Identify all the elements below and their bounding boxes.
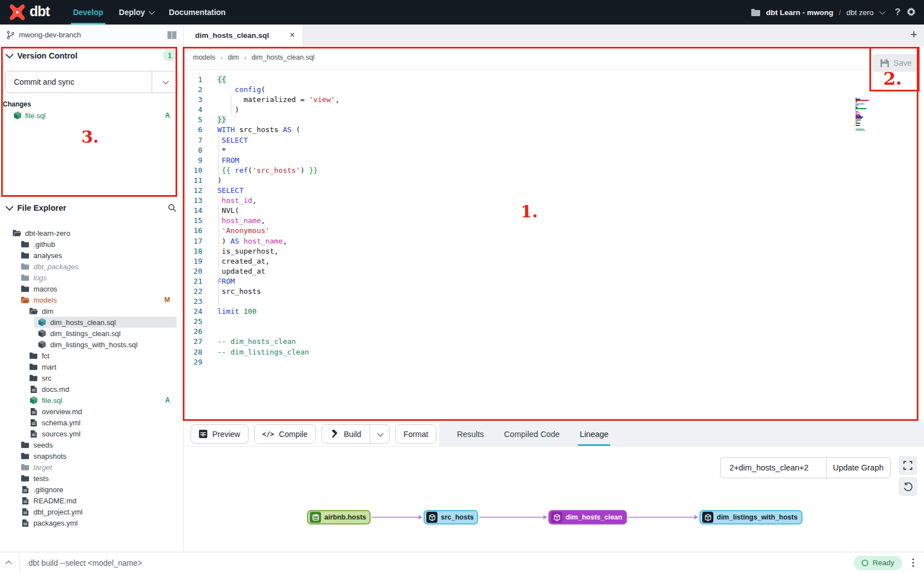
- tree-item-dbt-project-yml[interactable]: dbt_project.yml: [0, 506, 183, 517]
- tree-item--gitignore[interactable]: .gitignore: [0, 484, 183, 495]
- new-tab-button[interactable]: +: [910, 27, 917, 42]
- tree-item-tests[interactable]: tests: [0, 473, 183, 484]
- code-line-1[interactable]: 1{{: [184, 75, 924, 85]
- editor-minimap[interactable]: [855, 98, 870, 132]
- chevron-up-icon[interactable]: [0, 552, 20, 573]
- tab-compiled-code[interactable]: Compiled Code: [502, 422, 561, 446]
- tree-item-schema-yml[interactable]: schema.yml: [0, 417, 183, 428]
- breadcrumb-models[interactable]: models: [193, 54, 215, 61]
- nav-deploy[interactable]: Deploy: [111, 0, 161, 25]
- code-line-20[interactable]: 20 updated_at: [184, 266, 924, 276]
- tree-item-analyses[interactable]: analyses: [0, 250, 183, 261]
- code-line-17[interactable]: 17 ) AS host_name,: [184, 236, 924, 246]
- tree-item-models[interactable]: modelsM: [0, 294, 183, 305]
- nav-develop[interactable]: Develop: [65, 0, 111, 25]
- tree-item-target[interactable]: target: [0, 462, 183, 473]
- build-options-dropdown[interactable]: [369, 425, 389, 443]
- tree-item-mart[interactable]: mart: [0, 361, 183, 372]
- code-line-19[interactable]: 19 created_at,: [184, 256, 924, 266]
- commit-and-sync-button[interactable]: Commit and sync: [5, 71, 178, 93]
- tree-item-dim-listings-clean-sql[interactable]: dim_listings_clean.sql: [0, 328, 183, 339]
- chevron-down-icon[interactable]: [6, 51, 13, 59]
- code-line-6[interactable]: 6WITH src_hosts AS (: [184, 125, 924, 135]
- code-line-29[interactable]: 29: [184, 357, 924, 367]
- code-line-13[interactable]: 13 host_id,: [184, 196, 924, 206]
- tree-item-logs[interactable]: logs: [0, 272, 183, 283]
- chevron-down-icon[interactable]: [879, 8, 885, 14]
- build-button[interactable]: Build: [322, 424, 390, 444]
- tree-item-seeds[interactable]: seeds: [0, 439, 183, 450]
- code-line-5[interactable]: 5}}: [184, 115, 924, 125]
- lineage-node-src-hosts[interactable]: src_hosts: [424, 510, 478, 525]
- file-explorer-header[interactable]: File Explorer: [0, 197, 183, 218]
- version-control-header[interactable]: Version Control 1: [0, 46, 183, 66]
- code-line-28[interactable]: 28-- dim_listings_clean: [184, 347, 924, 357]
- nav-documentation[interactable]: Documentation: [161, 0, 234, 25]
- lineage-node-dim-hosts-clean[interactable]: dim_hosts_clean: [548, 510, 627, 525]
- code-line-23[interactable]: 23: [184, 297, 924, 307]
- docs-book-icon[interactable]: [167, 31, 177, 39]
- tree-item-dbt-packages[interactable]: dbt_packages: [0, 261, 183, 272]
- project-name[interactable]: dbt Learn - mwong: [766, 8, 833, 17]
- lineage-node-dim-listings-with-hosts[interactable]: dim_listings_with_hosts: [699, 510, 803, 525]
- code-editor[interactable]: 1{{2 config(3 materialized = 'view',4 )5…: [184, 69, 924, 422]
- preview-button[interactable]: Preview: [191, 424, 249, 444]
- tree-item-readme-md[interactable]: README.md: [0, 495, 183, 506]
- button-label: Format: [403, 430, 428, 439]
- tree-item-dbt-learn-zero[interactable]: dbt-learn-zero: [0, 227, 183, 239]
- branch-name[interactable]: mwong-dev-branch: [19, 31, 81, 39]
- tree-item--github[interactable]: .github: [0, 239, 183, 250]
- tree-item-dim-listings-with-hosts-sql[interactable]: dim_listings_with_hosts.sql: [0, 339, 183, 350]
- tree-item-docs-md[interactable]: docs.md: [0, 383, 183, 395]
- search-icon[interactable]: [168, 203, 177, 212]
- code-line-3[interactable]: 3 materialized = 'view',: [184, 95, 924, 105]
- code-line-24[interactable]: 24limit 100: [184, 307, 924, 317]
- code-line-12[interactable]: 12SELECT: [184, 186, 924, 196]
- code-line-21[interactable]: 21FROM: [184, 276, 924, 286]
- commit-options-dropdown[interactable]: [152, 71, 178, 93]
- tab-dim-hosts-clean[interactable]: dim_hosts_clean.sql ×: [184, 25, 303, 46]
- chevron-down-icon[interactable]: [6, 203, 13, 211]
- code-line-25[interactable]: 25: [184, 317, 924, 327]
- command-input[interactable]: [20, 558, 854, 568]
- code-line-18[interactable]: 18 is_superhost,: [184, 246, 924, 256]
- lineage-graph[interactable]: airbnb.hostssrc_hostsdim_hosts_cleandim_…: [184, 446, 924, 552]
- tree-item-dim-hosts-clean-sql[interactable]: dim_hosts_clean.sql: [34, 317, 177, 328]
- code-line-27[interactable]: 27-- dim_hosts_clean: [184, 337, 924, 347]
- tree-item-snapshots[interactable]: snapshots: [0, 450, 183, 462]
- code-line-26[interactable]: 26: [184, 327, 924, 337]
- breadcrumb-file[interactable]: dim_hosts_clean.sql: [251, 54, 314, 61]
- breadcrumb-dim[interactable]: dim: [228, 54, 239, 61]
- help-icon[interactable]: ?: [895, 7, 901, 18]
- code-line-2[interactable]: 2 config(: [184, 85, 924, 95]
- changed-file-row[interactable]: file.sql A: [0, 110, 183, 121]
- format-button[interactable]: Format: [395, 424, 436, 444]
- environment-selector[interactable]: dbt zero: [847, 8, 874, 17]
- tree-item-packages-yml[interactable]: packages.yml: [0, 517, 183, 528]
- code-line-11[interactable]: 11): [184, 176, 924, 186]
- tab-results[interactable]: Results: [455, 422, 485, 446]
- compile-button[interactable]: </>Compile: [254, 424, 316, 444]
- code-line-22[interactable]: 22 src_hosts: [184, 286, 924, 297]
- gear-icon[interactable]: [906, 7, 916, 17]
- tree-item-overview-md[interactable]: overview.md: [0, 406, 183, 417]
- tree-item-sources-yml[interactable]: sources.yml: [0, 428, 183, 439]
- code-line-4[interactable]: 4 ): [184, 105, 924, 115]
- kebab-menu-icon[interactable]: [912, 559, 914, 567]
- tree-item-fct[interactable]: fct: [0, 350, 183, 361]
- tree-item-src[interactable]: src: [0, 372, 183, 383]
- tree-item-file-sql[interactable]: file.sqlA: [0, 395, 183, 406]
- code-line-14[interactable]: 14 NVL(: [184, 206, 924, 216]
- tab-lineage[interactable]: Lineage: [578, 422, 610, 446]
- code-line-10[interactable]: 10 {{ ref('src_hosts') }}: [184, 166, 924, 176]
- code-line-8[interactable]: 8 *: [184, 145, 924, 156]
- code-line-7[interactable]: 7 SELECT: [184, 135, 924, 145]
- close-icon[interactable]: ×: [290, 30, 295, 40]
- code-line-15[interactable]: 15 host_name,: [184, 216, 924, 226]
- dbt-logo[interactable]: dbt: [9, 4, 50, 21]
- tree-item-macros[interactable]: macros: [0, 283, 183, 294]
- code-line-16[interactable]: 16 'Anonymous': [184, 226, 924, 236]
- lineage-node-airbnb-hosts[interactable]: airbnb.hosts: [307, 510, 371, 525]
- code-line-9[interactable]: 9 FROM: [184, 156, 924, 166]
- tree-item-dim[interactable]: dim: [0, 305, 183, 317]
